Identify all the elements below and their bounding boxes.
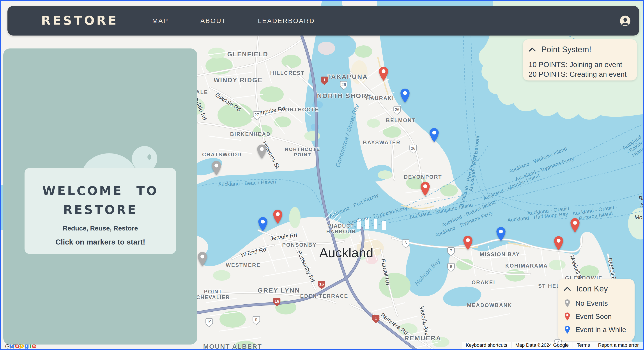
route-badge: 1 bbox=[320, 76, 328, 86]
route-badge: 27 bbox=[253, 111, 261, 120]
map-label: Pupuke Rd bbox=[257, 105, 286, 116]
map-label: HILLCREST bbox=[270, 70, 304, 76]
map-label: Auckland - Port Fitzroy bbox=[459, 154, 478, 208]
nav-item-leaderboard[interactable]: LEADERBOARD bbox=[258, 17, 315, 25]
map-label: Oneoneroa / Shoal Bay bbox=[334, 103, 360, 168]
map-label: NORTH SHORE bbox=[317, 92, 372, 100]
map-label: Victoria Ave bbox=[418, 305, 431, 336]
map-label: MISSION BAY bbox=[480, 252, 520, 257]
map-marker-event-in-a-while[interactable] bbox=[429, 128, 439, 143]
map-label: Auckland - Tryphena Ferry bbox=[346, 205, 408, 226]
route-badge: 1 bbox=[372, 314, 380, 324]
icon-key-panel: Icon Key No Events Event Soon Event in a… bbox=[558, 279, 634, 341]
map-marker-event-soon[interactable] bbox=[554, 236, 564, 251]
welcome-title-line2: RESTORE bbox=[24, 203, 176, 217]
route-badge: 9 bbox=[252, 316, 260, 325]
point-system-panel: Point System! 10 POINTS: Joining an even… bbox=[523, 39, 637, 80]
map-label: Auckland - Rakino Island bbox=[622, 134, 644, 160]
keyboard-shortcuts-link[interactable]: Keyboard shortcuts bbox=[462, 342, 511, 348]
terms-link[interactable]: Terms bbox=[572, 342, 594, 348]
map-label: REMUERA bbox=[404, 334, 441, 342]
map-label: Jervois Rd bbox=[270, 232, 298, 242]
map-marker-event-in-a-while[interactable] bbox=[400, 88, 410, 103]
map-label: HAURAKI bbox=[366, 95, 394, 101]
map-label: Auckland - Tryphena Ferry bbox=[434, 210, 494, 238]
map-marker-event-soon[interactable] bbox=[420, 181, 430, 197]
map-label: Auckland - Waiheke Island bbox=[508, 146, 568, 174]
legend-row-no-events: No Events bbox=[564, 299, 608, 308]
welcome-panel: WELCOME TO RESTORE Reduce, Reuse, Restor… bbox=[3, 49, 197, 344]
blue-pin-icon bbox=[564, 325, 570, 334]
welcome-cta: Click on markers to start! bbox=[24, 238, 176, 246]
route-badge: 6 bbox=[447, 263, 455, 272]
route-badge: 26 bbox=[340, 81, 348, 90]
map-label: Auckland - Motuihe Island bbox=[482, 172, 540, 202]
map-label: MEADOWBANK bbox=[467, 302, 512, 308]
map-label: KOHIMARAMA bbox=[505, 263, 548, 269]
point-rule-join: 10 POINTS: Joining an event bbox=[528, 60, 627, 70]
map-label: Remuera Rd bbox=[380, 312, 409, 336]
gray-pin-icon bbox=[564, 299, 570, 308]
map-label: WESTMERE bbox=[226, 262, 261, 268]
nav-item-about[interactable]: ABOUT bbox=[200, 17, 226, 25]
legend-label: Event in a While bbox=[576, 326, 626, 334]
route-badge: 26 bbox=[393, 106, 401, 115]
map-label: Hobson Bay bbox=[413, 257, 442, 287]
profile-icon[interactable] bbox=[620, 15, 631, 27]
report-map-error-link[interactable]: Report a map error bbox=[594, 342, 643, 348]
collapse-chevron-icon[interactable] bbox=[529, 48, 536, 52]
point-rule-create: 20 POINTS: Creating an event bbox=[528, 70, 627, 79]
map-label: TAKAPUNA bbox=[327, 73, 368, 80]
map-label: BIRKENHEAD bbox=[230, 131, 270, 137]
map-label: Auckland - Half Moon Bay bbox=[507, 211, 568, 223]
map-label: CHATSWOOD bbox=[202, 152, 242, 158]
map-marker-event-soon[interactable] bbox=[570, 218, 580, 233]
welcome-title-line1: WELCOME TO bbox=[24, 184, 176, 198]
map-label: Ponsonby Rd bbox=[296, 250, 316, 283]
map-marker-event-in-a-while[interactable] bbox=[496, 227, 506, 242]
map-marker-event-soon[interactable] bbox=[273, 209, 283, 224]
map-label: EDEN TERRACE bbox=[300, 293, 348, 299]
point-system-title: Point System! bbox=[541, 45, 591, 54]
map-label: Auckland - Beach Haven bbox=[218, 179, 276, 188]
map-label: Eskdale Rd bbox=[214, 92, 242, 113]
map-label: NORTHCOTE bbox=[281, 107, 319, 113]
map-label: GREY LYNN bbox=[258, 287, 300, 294]
map-label: PONSONBY bbox=[282, 242, 316, 248]
welcome-subtitle: Reduce, Reuse, Restore bbox=[24, 225, 176, 232]
map-label: Auckland - Gulf Harbour bbox=[468, 135, 480, 192]
collapse-chevron-icon[interactable] bbox=[564, 287, 570, 291]
map-marker-no-events[interactable] bbox=[212, 160, 222, 176]
map-marker-no-events[interactable] bbox=[257, 144, 267, 159]
app-logo: RESTORE bbox=[41, 13, 118, 27]
icon-key-title: Icon Key bbox=[576, 284, 608, 293]
navbar: RESTORE MAP ABOUT LEADERBOARD bbox=[8, 6, 639, 36]
map-label: NORTHCOTE POINT bbox=[285, 147, 320, 157]
map-label: POINT CHEVALIER bbox=[196, 289, 230, 300]
nav-item-map[interactable]: MAP bbox=[152, 17, 168, 25]
map-label: BAYSWATER bbox=[363, 140, 401, 146]
legend-label: Event Soon bbox=[576, 312, 612, 321]
map-marker-event-soon[interactable] bbox=[463, 235, 473, 250]
map-label: Parnell Rd bbox=[380, 258, 391, 286]
route-badge: 6 bbox=[402, 239, 410, 248]
map-label: BELMONT bbox=[386, 118, 416, 123]
map-label: Auckland bbox=[319, 245, 374, 260]
map-label: DEVONPORT bbox=[404, 174, 442, 180]
map-marker-event-soon[interactable] bbox=[378, 66, 388, 81]
route-badge: 26 bbox=[409, 145, 417, 154]
map-label: W End Rd bbox=[240, 246, 267, 258]
map-label: ORAKEI bbox=[472, 280, 495, 285]
legend-label: No Events bbox=[576, 299, 608, 307]
route-badge: 7 bbox=[447, 247, 455, 256]
map-label: Auckland - Rakino Island bbox=[441, 199, 496, 228]
map-label: WINDY RIDGE bbox=[214, 77, 263, 84]
map-label: VIADUCT HARBOUR bbox=[326, 223, 356, 235]
route-badge: 19 bbox=[205, 318, 213, 327]
map-marker-no-events[interactable] bbox=[197, 252, 208, 267]
map-marker-event-in-a-while[interactable] bbox=[258, 217, 268, 232]
red-pin-icon bbox=[564, 312, 570, 321]
map-label: MOUNT ALBERT bbox=[203, 343, 262, 350]
map-label: Auckland - Port Fitzroy bbox=[328, 192, 380, 219]
map-label: Browns Island / Motukorea bbox=[634, 195, 644, 221]
